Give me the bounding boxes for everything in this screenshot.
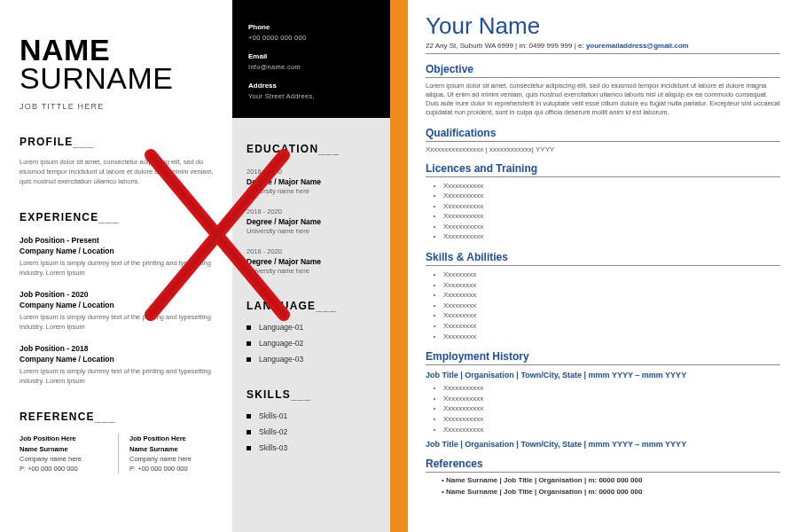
experience-item: Job Position - Present Company Name / Lo… [20, 236, 216, 278]
list-item: Xxxxxxxxxxx [443, 425, 780, 435]
list-item: Xxxxxxxxx [443, 290, 780, 301]
education-heading: EDUCATION___ [246, 143, 376, 155]
list-item: Xxxxxxxxxxx [443, 414, 780, 425]
qualifications-line: Xxxxxxxxxxxxxxxx | xxxxxxxxxxxx| YYYY [426, 145, 780, 153]
list-item: Xxxxxxxxx [443, 280, 780, 291]
reference-columns: Job Position Here Name Surname Company n… [20, 434, 216, 473]
employment-bullets: Xxxxxxxxxxx Xxxxxxxxxxx Xxxxxxxxxxx Xxxx… [443, 383, 780, 434]
right-address-line: 22 Any St, Suburb WA 6999 | m: 0499 999 … [426, 42, 780, 54]
ref-position: Job Position Here [20, 434, 111, 443]
job-desc: Lorem Ipsum is simply dummy text of the … [20, 259, 215, 278]
ref-company: Company name here [20, 454, 111, 464]
skills-abilities-heading: Skills & Abilities [426, 251, 780, 266]
list-item: Language-02 [246, 339, 376, 348]
edu-degree: Degree / Major Name [246, 217, 376, 226]
job-line2: Company Name / Location [20, 301, 216, 309]
list-item: Xxxxxxxxx [443, 270, 780, 280]
list-item: Skills-03 [246, 443, 376, 452]
divider-bar [390, 0, 408, 532]
skills-abilities-list: Xxxxxxxxx Xxxxxxxxx Xxxxxxxxx Xxxxxxxxx … [443, 270, 780, 341]
phone-label: Phone [248, 23, 374, 31]
name-last: SURNAME [20, 64, 216, 92]
list-item: Xxxxxxxxx [443, 321, 780, 332]
list-item: Xxxxxxxxxxx [443, 394, 780, 404]
list-item: Xxxxxxxxxxx [443, 191, 780, 201]
qualifications-heading: Qualifications [426, 127, 780, 142]
ref-name: Name Surname [20, 444, 111, 454]
employment-job-header: Job Title | Organisation | Town/City, St… [426, 371, 780, 379]
ref-phone: P: +00 000 000 000 [129, 464, 209, 473]
education-item: 2018 - 2020 Degree / Major Name Universi… [246, 168, 376, 195]
reference-col: Job Position Here Name Surname Company n… [118, 434, 216, 473]
skills-list: Skills-01 Skills-02 Skills-03 [246, 411, 376, 452]
references-heading: References [426, 458, 780, 473]
employment-heading: Employment History [426, 350, 780, 365]
name-first: NAME [20, 35, 216, 64]
list-item: Xxxxxxxxxxx [443, 201, 780, 212]
job-line1: Job Position - 2020 [20, 290, 216, 299]
job-desc: Lorem Ipsum is simply dummy text of the … [20, 313, 215, 332]
ref-position: Job Position Here [129, 434, 209, 443]
language-list: Language-01 Language-02 Language-03 [246, 323, 376, 364]
ref-company: Company name here [129, 454, 209, 464]
list-item: Language-01 [246, 323, 376, 332]
job-desc: Lorem Ipsum is simply dummy text of the … [20, 367, 215, 386]
phone-value: +00 0000 000 000 [248, 34, 374, 42]
edu-university: University name here [246, 267, 376, 275]
reference-heading: REFERENCE___ [20, 411, 216, 423]
objective-text: Lorem ipsum dolor sit amet, consectetur … [426, 82, 780, 118]
email-value: Info@name.com [248, 63, 374, 71]
skills-heading: SKILLS___ [246, 388, 376, 401]
right-email: youremailaddress@gmail.com [586, 42, 689, 50]
list-item: Xxxxxxxxxxx [443, 181, 780, 192]
job-line2: Company Name / Location [20, 355, 216, 364]
right-name: Your Name [426, 12, 780, 40]
education-item: 2018 - 2020 Degree / Major Name Universi… [246, 207, 376, 235]
job-title: JOB TITTLE HERE [20, 102, 216, 111]
list-item: Xxxxxxxxxxx [443, 222, 780, 232]
edu-university: University name here [246, 227, 376, 235]
list-item: Xxxxxxxxxxx [443, 211, 780, 222]
list-item: Xxxxxxxxx [443, 301, 780, 311]
education-item: 2018 - 2020 Degree / Major Name Universi… [246, 247, 376, 275]
resume-left: NAME SURNAME JOB TITTLE HERE PROFILE___ … [0, 0, 390, 532]
resume-left-main: NAME SURNAME JOB TITTLE HERE PROFILE___ … [0, 0, 232, 532]
edu-years: 2018 - 2020 [246, 207, 376, 215]
ref-name: Name Surname [129, 444, 209, 454]
list-item: Xxxxxxxxx [443, 332, 780, 342]
address-value: Your Street Addrees, [248, 92, 374, 100]
list-item: Skills-02 [246, 427, 376, 436]
reference-col: Job Position Here Name Surname Company n… [20, 434, 118, 473]
profile-heading: PROFILE___ [20, 136, 216, 148]
resume-left-sidebar: Phone +00 0000 000 000 Email Info@name.c… [232, 0, 390, 532]
job-line1: Job Position - Present [20, 236, 216, 245]
experience-heading: EXPERIENCE___ [20, 211, 216, 223]
profile-text: Lorem ipsum dolor sit amet, consectetur … [20, 157, 216, 187]
right-address-text: 22 Any St, Suburb WA 6999 | m: 0499 999 … [426, 42, 586, 50]
licences-list: Xxxxxxxxxxx Xxxxxxxxxxx Xxxxxxxxxxx Xxxx… [443, 181, 780, 243]
list-item: Language-03 [246, 355, 376, 364]
language-heading: LANGUAGE___ [246, 300, 376, 312]
education-block: EDUCATION___ 2018 - 2020 Degree / Major … [232, 118, 390, 452]
ref-phone: P: +00 000 000 000 [20, 464, 111, 473]
edu-university: University name here [246, 187, 376, 195]
email-label: Email [248, 52, 374, 60]
list-item: Xxxxxxxxxxx [443, 403, 780, 414]
experience-item: Job Position - 2018 Company Name / Locat… [20, 344, 216, 386]
job-line1: Job Position - 2018 [20, 344, 216, 353]
list-item: Xxxxxxxxxxx [443, 231, 780, 242]
reference-line: • Name Surname | Job Title | Organisatio… [442, 476, 780, 484]
employment-job-header: Job Title | Organisation | Town/City, St… [426, 440, 780, 449]
contact-box: Phone +00 0000 000 000 Email Info@name.c… [232, 0, 390, 118]
resume-right: Your Name 22 Any St, Suburb WA 6999 | m:… [408, 0, 798, 532]
list-item: Xxxxxxxxx [443, 310, 780, 321]
licences-heading: Licences and Training [426, 162, 780, 177]
address-label: Address [248, 82, 374, 90]
edu-years: 2018 - 2020 [246, 247, 376, 255]
objective-heading: Objective [426, 63, 780, 78]
list-item: Skills-01 [246, 411, 376, 420]
reference-line: • Name Surname | Job Title | Organisatio… [442, 488, 780, 496]
experience-item: Job Position - 2020 Company Name / Locat… [20, 290, 216, 332]
edu-years: 2018 - 2020 [246, 168, 376, 176]
list-item: Xxxxxxxxxxx [443, 383, 780, 394]
